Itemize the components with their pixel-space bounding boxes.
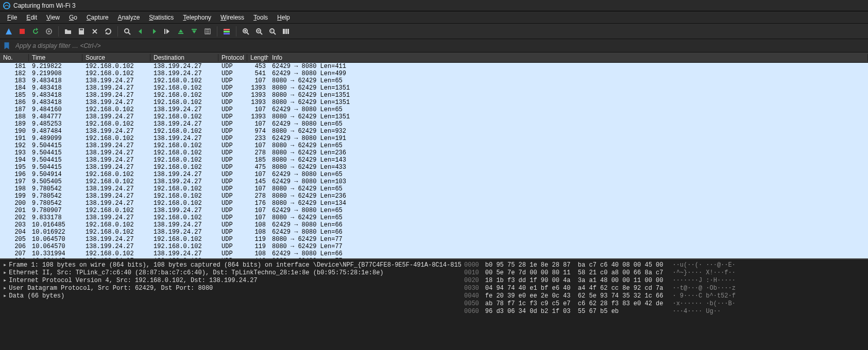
packet-row[interactable]: 20810.381147138.199.24.27192.168.0.102UD… bbox=[0, 257, 868, 258]
svg-rect-5 bbox=[80, 29, 83, 30]
packet-row[interactable]: 1979.505405192.168.0.102138.199.24.27UDP… bbox=[0, 178, 868, 185]
packet-row[interactable]: 1969.504914192.168.0.102138.199.24.27UDP… bbox=[0, 171, 868, 178]
hex-offset: 0000 bbox=[464, 261, 479, 269]
menu-edit[interactable]: Edit bbox=[22, 13, 41, 22]
menu-wireless[interactable]: Wireless bbox=[216, 13, 248, 22]
packet-row[interactable]: 1909.487484138.199.24.27192.168.0.102UDP… bbox=[0, 128, 868, 135]
tree-item[interactable]: ▸User Datagram Protocol, Src Port: 62429… bbox=[3, 285, 458, 292]
go-last-icon[interactable] bbox=[189, 26, 200, 37]
packet-row[interactable]: 1819.219822192.168.0.102138.199.24.27UDP… bbox=[0, 63, 868, 70]
hex-ascii-row: ··t@···@ ·Ob····z bbox=[672, 285, 735, 292]
col-header-dst[interactable]: Destination bbox=[150, 54, 218, 61]
go-to-packet-icon[interactable] bbox=[162, 26, 173, 37]
display-filter-input[interactable] bbox=[13, 41, 866, 50]
tree-item[interactable]: ▸Ethernet II, Src: TPLink_c7:c6:40 (28:8… bbox=[3, 269, 458, 277]
packet-row[interactable]: 20310.016485192.168.0.102138.199.24.27UD… bbox=[0, 221, 868, 229]
menu-help[interactable]: Help bbox=[273, 13, 294, 22]
packet-row[interactable]: 1999.780542138.199.24.27192.168.0.102UDP… bbox=[0, 192, 868, 200]
svg-rect-20 bbox=[287, 29, 289, 34]
hex-bytes-row[interactable]: fe 20 39 e0 ee 2e 0c 43 62 5e 93 74 35 3… bbox=[485, 292, 663, 300]
reload-file-icon[interactable] bbox=[103, 26, 114, 37]
col-header-proto[interactable]: Protocol bbox=[218, 54, 247, 61]
packet-row[interactable]: 1879.484160192.168.0.102138.199.24.27UDP… bbox=[0, 106, 868, 113]
go-back-icon[interactable] bbox=[135, 26, 146, 37]
auto-scroll-icon[interactable] bbox=[202, 26, 213, 37]
col-header-src[interactable]: Source bbox=[82, 54, 150, 61]
svg-point-0 bbox=[4, 2, 10, 8]
menu-view[interactable]: View bbox=[42, 13, 64, 22]
col-header-info[interactable]: Info bbox=[269, 54, 868, 61]
close-file-icon[interactable] bbox=[89, 26, 100, 37]
find-packet-icon[interactable] bbox=[122, 26, 133, 37]
capture-options-icon[interactable] bbox=[43, 26, 55, 37]
hex-offset: 0040 bbox=[464, 292, 479, 300]
packet-row[interactable]: 1839.483418138.199.24.27192.168.0.102UDP… bbox=[0, 77, 868, 84]
bookmark-icon[interactable] bbox=[2, 41, 11, 50]
col-header-time[interactable]: Time bbox=[29, 54, 82, 61]
packet-row[interactable]: 1829.219908192.168.0.102138.199.24.27UDP… bbox=[0, 70, 868, 77]
menu-go[interactable]: Go bbox=[65, 13, 81, 22]
col-header-no[interactable]: No. bbox=[0, 54, 29, 61]
details-panes: ▸Frame 1: 108 bytes on wire (864 bits), … bbox=[0, 258, 868, 350]
open-file-icon[interactable] bbox=[62, 26, 74, 37]
svg-rect-9 bbox=[192, 29, 197, 30]
packet-row[interactable]: 1919.489099192.168.0.102138.199.24.27UDP… bbox=[0, 135, 868, 142]
menu-telephony[interactable]: Telephony bbox=[179, 13, 215, 22]
restart-capture-icon[interactable] bbox=[30, 26, 41, 37]
packet-row[interactable]: 2029.833178138.199.24.27192.168.0.102UDP… bbox=[0, 214, 868, 221]
packet-row[interactable]: 1889.484777138.199.24.27192.168.0.102UDP… bbox=[0, 113, 868, 120]
start-capture-icon[interactable] bbox=[3, 26, 14, 37]
zoom-reset-icon[interactable]: 1 bbox=[267, 26, 278, 37]
window-title: Capturing from Wi-Fi 3 bbox=[13, 2, 76, 9]
col-header-len[interactable]: Length bbox=[247, 54, 269, 61]
packet-row[interactable]: 2009.780542138.199.24.27192.168.0.102UDP… bbox=[0, 200, 868, 207]
menu-analyze[interactable]: Analyze bbox=[114, 13, 144, 22]
packet-row[interactable]: 2019.780907192.168.0.102138.199.24.27UDP… bbox=[0, 207, 868, 214]
stop-capture-icon[interactable] bbox=[16, 26, 28, 37]
hex-bytes-row[interactable]: ab 78 f7 1c f3 c9 c5 e7 c6 62 28 f3 83 e… bbox=[485, 300, 663, 308]
packet-row[interactable]: 1849.483418138.199.24.27192.168.0.102UDP… bbox=[0, 84, 868, 92]
tree-item[interactable]: ▸Data (66 bytes) bbox=[3, 292, 458, 300]
packet-row[interactable]: 20710.331994192.168.0.102138.199.24.27UD… bbox=[0, 250, 868, 257]
resize-columns-icon[interactable] bbox=[280, 26, 292, 37]
zoom-out-icon[interactable] bbox=[253, 26, 265, 37]
packet-row[interactable]: 1959.504415138.199.24.27192.168.0.102UDP… bbox=[0, 164, 868, 171]
separator bbox=[58, 26, 59, 37]
save-file-icon[interactable] bbox=[76, 26, 87, 37]
packet-list[interactable]: 1819.219822192.168.0.102138.199.24.27UDP… bbox=[0, 63, 868, 258]
svg-rect-19 bbox=[285, 29, 287, 34]
tree-item[interactable]: ▸Internet Protocol Version 4, Src: 192.1… bbox=[3, 277, 458, 285]
packet-row[interactable]: 1899.485253192.168.0.102138.199.24.27UDP… bbox=[0, 120, 868, 128]
packet-row[interactable]: 20610.064570138.199.24.27192.168.0.102UD… bbox=[0, 243, 868, 250]
hex-bytes-row[interactable]: 04 94 74 40 e1 bf e6 40 a4 4f 62 cc 8e 9… bbox=[485, 285, 663, 292]
colorize-icon[interactable] bbox=[221, 26, 232, 37]
packet-tree-pane[interactable]: ▸Frame 1: 108 bytes on wire (864 bits), … bbox=[0, 259, 461, 350]
packet-list-header[interactable]: No. Time Source Destination Protocol Len… bbox=[0, 52, 868, 63]
hex-bytes-row[interactable]: b0 95 75 28 1e 8e 28 87 ba c7 c6 40 08 0… bbox=[485, 261, 663, 269]
packet-row[interactable]: 1869.483418138.199.24.27192.168.0.102UDP… bbox=[0, 99, 868, 106]
packet-row[interactable]: 1939.504415138.199.24.27192.168.0.102UDP… bbox=[0, 149, 868, 156]
tree-item[interactable]: ▸Frame 1: 108 bytes on wire (864 bits), … bbox=[3, 261, 458, 269]
hex-bytes-row[interactable]: 96 d3 06 34 0d b2 1f 03 55 67 b5 eb bbox=[485, 308, 663, 316]
packet-row[interactable]: 1989.780542138.199.24.27192.168.0.102UDP… bbox=[0, 185, 868, 192]
separator bbox=[217, 26, 217, 37]
hex-bytes-row[interactable]: 18 1b f3 dd 1f 90 00 4a 3a a1 48 00 00 1… bbox=[485, 277, 663, 285]
go-first-icon[interactable] bbox=[175, 26, 186, 37]
packet-row[interactable]: 1929.504415138.199.24.27192.168.0.102UDP… bbox=[0, 142, 868, 149]
packet-row[interactable]: 20510.064570138.199.24.27192.168.0.102UD… bbox=[0, 236, 868, 243]
packet-row[interactable]: 1949.504415138.199.24.27192.168.0.102UDP… bbox=[0, 156, 868, 164]
svg-rect-13 bbox=[224, 33, 230, 34]
hex-dump-pane[interactable]: 0000001000200030004000500060 b0 95 75 28… bbox=[461, 259, 868, 350]
go-forward-icon[interactable] bbox=[148, 26, 160, 37]
packet-row[interactable]: 1859.483418138.199.24.27192.168.0.102UDP… bbox=[0, 92, 868, 99]
packet-row[interactable]: 20410.016922192.168.0.102138.199.24.27UD… bbox=[0, 229, 868, 236]
menu-statistics[interactable]: Statistics bbox=[145, 13, 178, 22]
menu-capture[interactable]: Capture bbox=[82, 13, 113, 22]
menu-tools[interactable]: Tools bbox=[249, 13, 272, 22]
menu-file[interactable]: File bbox=[3, 13, 21, 22]
hex-ascii-row: ·^~}···· X!···f·· bbox=[672, 269, 735, 277]
zoom-in-icon[interactable] bbox=[240, 26, 251, 37]
svg-rect-1 bbox=[20, 29, 25, 34]
svg-rect-12 bbox=[224, 31, 230, 32]
hex-bytes-row[interactable]: 00 5e 7e 7d 00 00 80 11 58 21 c0 a8 00 6… bbox=[485, 269, 663, 277]
